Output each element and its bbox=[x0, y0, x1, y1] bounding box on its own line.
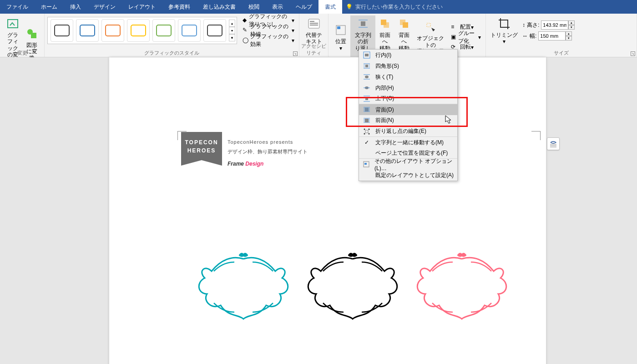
search-icon: 💡 bbox=[346, 4, 353, 10]
tab-8[interactable]: 表示 bbox=[266, 0, 289, 14]
tab-6[interactable]: 差し込み文書 bbox=[197, 0, 242, 14]
group-icon: ▣ bbox=[451, 34, 456, 41]
size-dialog-launcher[interactable]: ↘ bbox=[631, 51, 635, 56]
convert-shape-button[interactable]: 図形 に変換 bbox=[22, 25, 41, 62]
styles-dialog-launcher[interactable]: ↘ bbox=[293, 51, 298, 56]
wrap-option-icon bbox=[363, 128, 371, 135]
tab-5[interactable]: 参考資料 bbox=[162, 0, 197, 14]
wrap-option-icon bbox=[363, 106, 371, 113]
wrap-option-icon bbox=[363, 95, 371, 102]
dropdown-item[interactable]: 折り返し点の編集(E) bbox=[359, 126, 457, 137]
group-change: グラフィック の変更▾ 図形 に変換 変更 bbox=[0, 14, 45, 57]
svg-rect-8 bbox=[337, 26, 340, 29]
backward-icon bbox=[397, 16, 411, 31]
svg-rect-46 bbox=[365, 119, 369, 122]
height-down[interactable]: ▾ bbox=[568, 25, 575, 30]
decorative-frames bbox=[191, 248, 514, 326]
dropdown-item[interactable]: 内部(H) bbox=[359, 82, 457, 93]
alt-text-icon bbox=[307, 16, 321, 31]
style-thumbnail[interactable] bbox=[127, 19, 150, 42]
svg-rect-5 bbox=[310, 23, 318, 24]
gallery-up[interactable]: ▴ bbox=[229, 20, 235, 27]
dropdown-item[interactable]: 背面(D) bbox=[359, 104, 457, 115]
svg-point-49 bbox=[364, 133, 365, 134]
dropdown-item[interactable]: 前面(N) bbox=[359, 115, 457, 126]
group-button[interactable]: ▣グループ化 ▾ bbox=[449, 32, 483, 42]
tab-0[interactable]: ファイル bbox=[0, 0, 35, 14]
tab-9[interactable]: ヘルプ bbox=[289, 0, 318, 14]
gallery-down[interactable]: ▾ bbox=[229, 27, 235, 34]
dropdown-item[interactable]: 四角形(S) bbox=[359, 61, 457, 71]
ornamental-frame bbox=[191, 248, 296, 326]
group-label: グラフィックのスタイル bbox=[45, 50, 299, 56]
selection-icon bbox=[423, 20, 438, 34]
align-icon: ≡ bbox=[451, 24, 458, 31]
svg-point-47 bbox=[364, 128, 365, 130]
wrap-option-icon bbox=[363, 161, 370, 168]
style-thumbnail[interactable] bbox=[76, 19, 99, 42]
tab-2[interactable]: 挿入 bbox=[64, 0, 87, 14]
tab-7[interactable]: 校閲 bbox=[242, 0, 266, 14]
dropdown-item[interactable]: 上下(O) bbox=[359, 93, 457, 104]
style-thumbnail[interactable] bbox=[101, 19, 124, 42]
logo-text: TopeconHeroes presents デザイン枠、飾り罫素材専門サイト … bbox=[228, 139, 308, 168]
forward-icon bbox=[378, 16, 392, 31]
dropdown-item[interactable]: その他のレイアウト オプション(L)… bbox=[359, 159, 457, 170]
height-field: ↕ 高さ: ▴▾ bbox=[522, 20, 575, 30]
svg-rect-22 bbox=[365, 65, 368, 67]
dropdown-item[interactable]: 行内(I) bbox=[359, 50, 457, 61]
wrap-option-icon bbox=[363, 62, 371, 70]
tab-1[interactable]: ホーム bbox=[35, 0, 64, 14]
height-icon: ↕ bbox=[522, 22, 525, 28]
tab-10[interactable]: 書式 bbox=[318, 0, 342, 14]
wrap-option-icon bbox=[363, 51, 371, 59]
crop-button[interactable]: トリミング▾ bbox=[489, 15, 520, 46]
gallery-more[interactable]: ▼ bbox=[229, 34, 235, 41]
width-icon: ↔ bbox=[522, 33, 528, 39]
wrap-option-icon bbox=[363, 150, 371, 157]
graphic-effects-button[interactable]: ◯グラフィックの効果 ▾ bbox=[241, 35, 296, 46]
group-size: トリミング▾ ↕ 高さ: ▴▾ ↔ 幅: ▴▾ サイズ ↘ bbox=[486, 14, 637, 57]
wrap-option-icon bbox=[363, 84, 371, 91]
ribbon-tabs: ファイルホーム挿入デザインレイアウト参考資料差し込み文書校閲表示ヘルプ書式💡実行… bbox=[0, 0, 637, 14]
tab-3[interactable]: デザイン bbox=[87, 0, 122, 14]
check-icon: ✓ bbox=[363, 139, 371, 146]
svg-rect-51 bbox=[365, 130, 368, 133]
height-up[interactable]: ▴ bbox=[568, 20, 575, 25]
alt-text-button[interactable]: 代替テ キスト bbox=[302, 15, 325, 46]
dropdown-item[interactable]: 狭く(T) bbox=[359, 71, 457, 82]
convert-shape-icon bbox=[25, 26, 39, 41]
position-button[interactable]: 位置▾ bbox=[331, 22, 350, 52]
width-up[interactable]: ▴ bbox=[566, 31, 572, 36]
group-styles: ▴▾▼ ◆グラフィックの塗りつぶし ▾ ✎グラフィックの枠線 ▾ ◯グラフィック… bbox=[45, 14, 299, 57]
logo-badge: TOPECON HEROES bbox=[181, 132, 222, 166]
svg-point-48 bbox=[369, 128, 370, 130]
svg-rect-16 bbox=[427, 23, 430, 27]
style-gallery[interactable]: ▴▾▼ bbox=[47, 17, 237, 44]
margin-corner bbox=[531, 131, 541, 140]
tell-me-search[interactable]: 💡実行したい作業を入力してください bbox=[342, 0, 446, 14]
width-field: ↔ 幅: ▴▾ bbox=[522, 31, 575, 41]
width-input[interactable] bbox=[538, 31, 566, 40]
tab-4[interactable]: レイアウト bbox=[122, 0, 162, 14]
dropdown-item[interactable]: ✓文字列と一緒に移動する(M) bbox=[359, 137, 457, 148]
width-down[interactable]: ▾ bbox=[566, 36, 572, 40]
style-thumbnail[interactable] bbox=[51, 19, 73, 42]
wrap-icon bbox=[356, 16, 370, 31]
svg-rect-34 bbox=[365, 97, 368, 100]
page[interactable]: TOPECON HEROES TopeconHeroes presents デザ… bbox=[109, 57, 546, 364]
ornamental-frame bbox=[300, 248, 405, 326]
wrap-option-icon bbox=[363, 172, 371, 179]
height-input[interactable] bbox=[541, 20, 568, 30]
group-label: 変更 bbox=[0, 50, 44, 56]
style-thumbnail[interactable] bbox=[152, 19, 175, 42]
wrap-text-dropdown: 行内(I)四角形(S)狭く(T)内部(H)上下(O)背面(D)前面(N)折り返し… bbox=[359, 49, 458, 181]
style-thumbnail[interactable] bbox=[203, 19, 226, 42]
svg-rect-21 bbox=[365, 54, 369, 56]
style-thumbnail[interactable] bbox=[178, 19, 201, 42]
document-canvas[interactable]: TOPECON HEROES TopeconHeroes presents デザ… bbox=[0, 57, 637, 364]
dropdown-item[interactable]: 既定のレイアウトとして設定(A) bbox=[359, 170, 457, 181]
group-label: アクセシビリティ bbox=[299, 43, 328, 56]
crop-icon bbox=[497, 16, 511, 31]
layout-options-button[interactable] bbox=[547, 137, 560, 150]
